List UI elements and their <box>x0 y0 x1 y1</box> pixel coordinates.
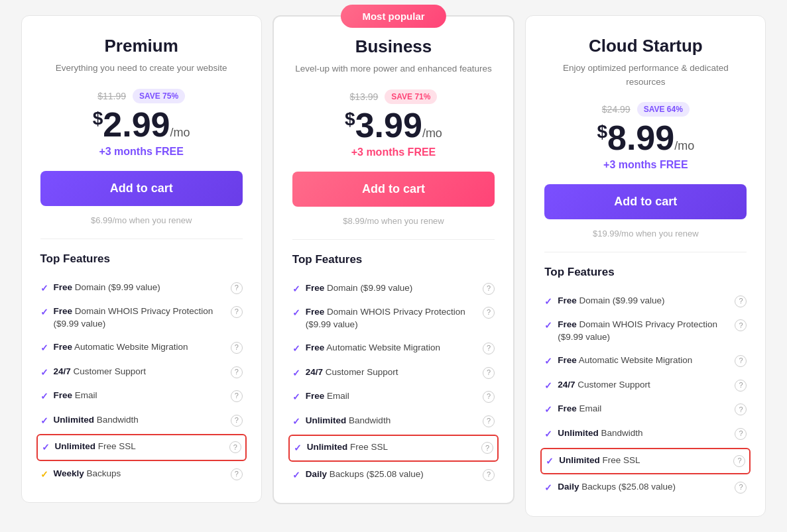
help-icon[interactable]: ? <box>481 442 493 454</box>
help-icon[interactable]: ? <box>229 441 241 453</box>
price-row: $11.99 SAVE 75% <box>40 89 243 103</box>
help-icon[interactable]: ? <box>735 295 747 307</box>
check-icon: ✓ <box>40 415 48 428</box>
help-icon[interactable]: ? <box>733 455 745 467</box>
help-icon[interactable]: ? <box>735 482 747 494</box>
add-to-cart-button[interactable]: Add to cart <box>544 184 747 219</box>
feature-item: ✓ 24/7 Customer Support ? <box>292 361 495 386</box>
original-price: $11.99 <box>97 91 126 101</box>
feature-text: 24/7 Customer Support <box>558 379 650 392</box>
feature-item: ✓ Unlimited Free SSL ? <box>546 453 745 470</box>
renew-price: $8.99/mo when you renew <box>292 216 495 226</box>
pricing-container: Premium Everything you need to create yo… <box>16 15 772 516</box>
check-icon: ✓ <box>546 455 554 468</box>
feature-text: Free Automatic Website Migration <box>54 341 188 354</box>
help-icon[interactable]: ? <box>735 403 747 415</box>
help-icon[interactable]: ? <box>231 468 243 480</box>
feature-text: Free Domain WHOIS Privacy Protection ($9… <box>306 306 483 331</box>
feature-item: ✓ Free Domain ($9.99 value) ? <box>40 276 243 301</box>
features-list: ✓ Free Domain ($9.99 value) ? ✓ Free Dom… <box>292 277 495 488</box>
feature-text: Free Email <box>558 403 601 415</box>
help-icon[interactable]: ? <box>231 415 243 427</box>
divider <box>40 239 243 239</box>
help-icon[interactable]: ? <box>483 283 495 295</box>
feature-text: Unlimited Free SSL <box>559 454 640 467</box>
feature-item: ✓ 24/7 Customer Support ? <box>40 360 243 385</box>
feature-item: ✓ Free Email ? <box>292 385 495 409</box>
check-icon: ✓ <box>40 366 48 380</box>
check-icon: ✓ <box>292 367 300 380</box>
check-icon: ✓ <box>292 415 300 429</box>
check-icon: ✓ <box>40 342 48 355</box>
help-icon[interactable]: ? <box>483 343 495 354</box>
feature-item: ✓ Unlimited Bandwidth ? <box>40 409 243 433</box>
feature-item: ✓ Free Domain ($9.99 value) ? <box>292 277 495 301</box>
help-icon[interactable]: ? <box>735 428 747 440</box>
plan-name: Business <box>292 36 495 57</box>
plan-card-cloud-startup: Cloud Startup Enjoy optimized performanc… <box>525 15 766 516</box>
divider <box>544 252 747 252</box>
features-title: Top Features <box>544 266 747 279</box>
feature-text: Free Email <box>54 390 97 402</box>
check-icon: ✓ <box>292 391 300 404</box>
free-months: +3 months FREE <box>544 159 747 171</box>
features-list: ✓ Free Domain ($9.99 value) ? ✓ Free Dom… <box>544 290 747 500</box>
feature-item: ✓ Free Automatic Website Migration ? <box>544 349 747 374</box>
highlight-row: ✓ Unlimited Free SSL ? <box>36 434 247 461</box>
help-icon[interactable]: ? <box>483 391 495 403</box>
help-icon[interactable]: ? <box>735 380 747 392</box>
highlight-row: ✓ Unlimited Free SSL ? <box>540 448 751 475</box>
main-price: $3.99/mo <box>292 108 495 142</box>
plan-card-premium: Premium Everything you need to create yo… <box>21 15 262 503</box>
feature-item: ✓ Weekly Backups ? <box>40 462 243 487</box>
check-icon: ✓ <box>292 343 300 356</box>
plan-name: Premium <box>40 36 243 56</box>
check-icon: ✓ <box>544 482 552 495</box>
feature-text: 24/7 Customer Support <box>306 366 398 379</box>
help-icon[interactable]: ? <box>231 342 243 354</box>
check-icon: ✓ <box>40 390 48 403</box>
help-icon[interactable]: ? <box>735 355 747 367</box>
add-to-cart-button[interactable]: Add to cart <box>40 171 243 206</box>
feature-text: Daily Backups ($25.08 value) <box>306 468 424 481</box>
check-icon: ✓ <box>294 442 302 455</box>
feature-item: ✓ Unlimited Free SSL ? <box>294 440 493 456</box>
price-row: $13.99 SAVE 71% <box>292 89 495 104</box>
feature-text: Unlimited Bandwidth <box>54 414 139 427</box>
help-icon[interactable]: ? <box>231 390 243 402</box>
feature-item: ✓ Free Email ? <box>544 398 747 422</box>
highlight-row: ✓ Unlimited Free SSL ? <box>288 435 499 462</box>
feature-item: ✓ Daily Backups ($25.08 value) ? <box>544 476 747 500</box>
per-mo: /mo <box>170 126 190 139</box>
check-icon: ✓ <box>544 428 552 441</box>
features-list: ✓ Free Domain ($9.99 value) ? ✓ Free Dom… <box>40 276 243 487</box>
plan-description: Everything you need to create your websi… <box>40 62 243 75</box>
dollar-sign: $ <box>93 107 103 128</box>
help-icon[interactable]: ? <box>483 415 495 427</box>
feature-item: ✓ 24/7 Customer Support ? <box>544 374 747 398</box>
per-mo: /mo <box>422 127 442 140</box>
check-icon: ✓ <box>292 469 300 482</box>
feature-item: ✓ Free Domain ($9.99 value) ? <box>544 290 747 314</box>
feature-text: Free Domain WHOIS Privacy Protection ($9… <box>54 305 231 331</box>
feature-item: ✓ Unlimited Free SSL ? <box>42 439 241 456</box>
help-icon[interactable]: ? <box>735 319 747 331</box>
feature-item: ✓ Daily Backups ($25.08 value) ? <box>292 463 495 488</box>
add-to-cart-button[interactable]: Add to cart <box>292 172 495 207</box>
feature-text: Unlimited Free SSL <box>307 441 388 454</box>
feature-text: Free Domain ($9.99 value) <box>54 282 160 294</box>
help-icon[interactable]: ? <box>231 306 243 318</box>
free-months: +3 months FREE <box>292 146 495 158</box>
feature-text: Free Domain ($9.99 value) <box>558 295 664 307</box>
feature-text: Unlimited Bandwidth <box>558 427 642 440</box>
feature-text: Free Domain WHOIS Privacy Protection ($9… <box>558 319 735 344</box>
help-icon[interactable]: ? <box>483 307 495 319</box>
help-icon[interactable]: ? <box>483 469 495 481</box>
help-icon[interactable]: ? <box>483 367 495 379</box>
feature-text: Free Automatic Website Migration <box>558 354 692 367</box>
free-months: +3 months FREE <box>40 146 243 158</box>
help-icon[interactable]: ? <box>231 282 243 294</box>
help-icon[interactable]: ? <box>231 366 243 378</box>
feature-item: ✓ Free Email ? <box>40 384 243 409</box>
original-price: $13.99 <box>350 91 379 102</box>
